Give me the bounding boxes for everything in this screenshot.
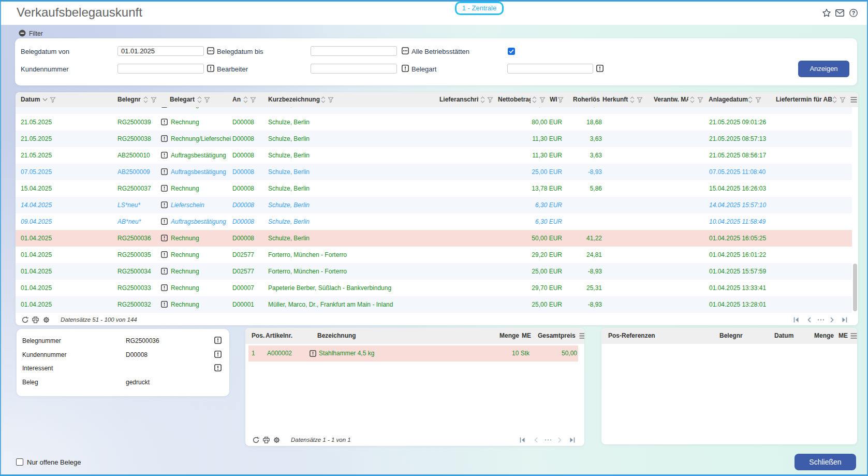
svg-text:?: ? [852, 10, 855, 16]
